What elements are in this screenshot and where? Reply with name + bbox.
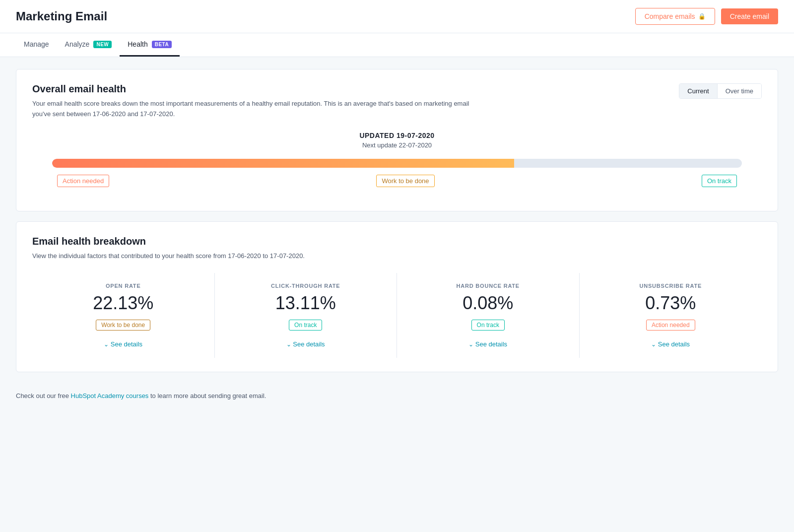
overall-health-card: Overall email health Your email health s… [16, 69, 778, 211]
open-rate-value: 22.13% [40, 293, 206, 314]
tab-manage[interactable]: Manage [16, 33, 57, 57]
footer-text-after: to learn more about sending great email. [148, 392, 266, 399]
unsubscribe-rate-badge: Action needed [646, 320, 695, 331]
progress-bar-container: Action needed Work to be done On track [52, 159, 742, 187]
overall-health-desc: Your email health score breaks down the … [32, 99, 479, 120]
top-actions: Compare emails 🔒 Create email [635, 8, 778, 25]
card-header-row: Overall email health Your email health s… [32, 83, 762, 120]
over-time-toggle-button[interactable]: Over time [718, 84, 761, 98]
unsubscribe-rate-value: 0.73% [588, 293, 754, 314]
tab-analyze[interactable]: Analyze NEW [57, 33, 120, 57]
next-update: Next update 22-07-2020 [32, 141, 762, 149]
click-through-rate-item: CLICK-THROUGH RATE 13.11% On track See d… [215, 273, 397, 358]
view-toggle: Current Over time [679, 83, 762, 99]
compare-emails-label: Compare emails [645, 12, 695, 20]
breakdown-title: Email health breakdown [32, 236, 762, 247]
update-info: UPDATED 19-07-2020 Next update 22-07-202… [32, 132, 762, 149]
compare-emails-button[interactable]: Compare emails 🔒 [635, 8, 715, 25]
overall-health-title: Overall email health [32, 83, 479, 95]
unsubscribe-rate-item: UNSUBSCRIBE RATE 0.73% Action needed See… [580, 273, 762, 358]
breakdown-grid: OPEN RATE 22.13% Work to be done See det… [32, 273, 762, 358]
analyze-new-badge: NEW [93, 41, 112, 48]
breakdown-desc: View the individual factors that contrib… [32, 251, 479, 262]
open-rate-item: OPEN RATE 22.13% Work to be done See det… [32, 273, 215, 358]
open-rate-label: OPEN RATE [40, 283, 206, 289]
progress-bar-fill [52, 159, 514, 168]
lock-icon: 🔒 [698, 13, 706, 20]
work-to-be-done-label: Work to be done [376, 175, 434, 187]
top-bar: Marketing Email Compare emails 🔒 Create … [0, 0, 794, 33]
footer-note: Check out our free HubSpot Academy cours… [0, 384, 794, 407]
click-through-rate-label: CLICK-THROUGH RATE [223, 283, 389, 289]
on-track-label: On track [702, 175, 737, 187]
click-through-rate-badge: On track [289, 320, 322, 331]
nav-tabs: Manage Analyze NEW Health BETA [0, 33, 794, 57]
hubspot-academy-link[interactable]: HubSpot Academy courses [71, 392, 149, 399]
hard-bounce-rate-see-details[interactable]: See details [405, 340, 571, 348]
card-header-left: Overall email health Your email health s… [32, 83, 479, 120]
main-content: Overall email health Your email health s… [0, 57, 794, 384]
hard-bounce-rate-value: 0.08% [405, 293, 571, 314]
open-rate-see-details[interactable]: See details [40, 340, 206, 348]
hard-bounce-rate-item: HARD BOUNCE RATE 0.08% On track See deta… [397, 273, 580, 358]
click-through-rate-value: 13.11% [223, 293, 389, 314]
open-rate-badge: Work to be done [96, 320, 150, 331]
current-toggle-button[interactable]: Current [679, 84, 717, 98]
page-title: Marketing Email [16, 9, 107, 23]
health-beta-badge: BETA [152, 41, 172, 48]
progress-labels: Action needed Work to be done On track [52, 175, 742, 187]
unsubscribe-rate-label: UNSUBSCRIBE RATE [588, 283, 754, 289]
footer-text-before: Check out our free [16, 392, 71, 399]
create-email-button[interactable]: Create email [721, 8, 778, 24]
click-through-rate-see-details[interactable]: See details [223, 340, 389, 348]
progress-bar-track [52, 159, 742, 168]
action-needed-label: Action needed [57, 175, 109, 187]
breakdown-card: Email health breakdown View the individu… [16, 221, 778, 373]
updated-date: UPDATED 19-07-2020 [32, 132, 762, 139]
unsubscribe-rate-see-details[interactable]: See details [588, 340, 754, 348]
hard-bounce-rate-badge: On track [471, 320, 505, 331]
tab-health[interactable]: Health BETA [120, 33, 180, 57]
hard-bounce-rate-label: HARD BOUNCE RATE [405, 283, 571, 289]
